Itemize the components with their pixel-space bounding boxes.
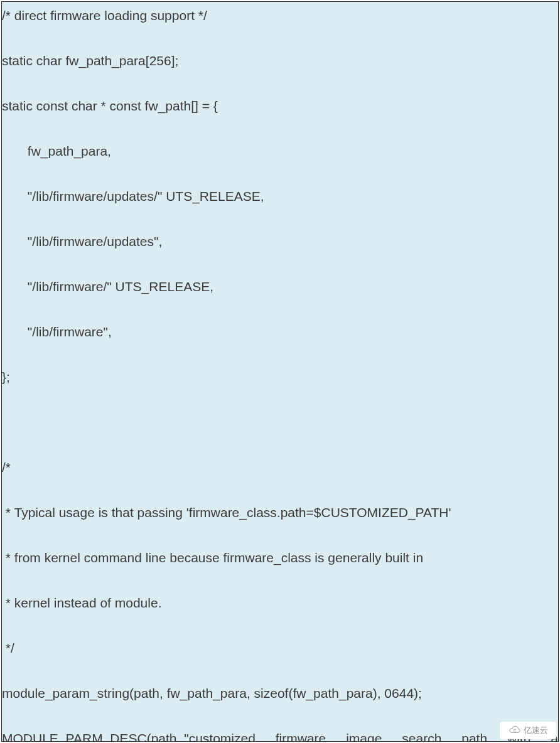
code-line: /* [2, 454, 558, 499]
watermark-badge: 亿速云 [500, 722, 556, 739]
code-text [2, 412, 6, 433]
code-line: * from kernel command line because firmw… [2, 544, 558, 589]
code-line: */ [2, 634, 558, 680]
code-text: "/lib/firmware/updates", [2, 232, 162, 252]
word: firmware [276, 729, 326, 742]
word: path [461, 729, 487, 742]
code-block: /* direct firmware loading support */ st… [1, 1, 559, 742]
cloud-icon [509, 725, 521, 737]
code-line-justified: MODULE_PARM_DESC(path, "customized firmw… [2, 725, 558, 742]
code-text: }; [2, 367, 10, 388]
word: image [346, 729, 382, 742]
code-line: module_param_string(path, fw_path_para, … [2, 680, 558, 725]
word: "customized [184, 729, 256, 742]
code-text: MODULE_PARM_DESC(path, [2, 729, 184, 742]
code-line: "/lib/firmware/updates", [2, 228, 558, 273]
code-text: static const char * const fw_path[] = { [2, 96, 218, 117]
code-text: "/lib/firmware/" UTS_RELEASE, [2, 277, 213, 297]
code-text: "/lib/firmware/updates/" UTS_RELEASE, [2, 186, 264, 207]
code-line: "/lib/firmware/updates/" UTS_RELEASE, [2, 183, 558, 228]
code-line: * Typical usage is that passing 'firmwar… [2, 499, 558, 544]
watermark-text: 亿速云 [524, 725, 548, 736]
code-line: }; [2, 363, 558, 409]
code-text: * Typical usage is that passing 'firmwar… [2, 503, 451, 523]
code-text: * from kernel command line because firmw… [2, 548, 423, 569]
code-line: static char fw_path_para[256]; [2, 47, 558, 92]
word: search [402, 729, 441, 742]
code-line: * kernel instead of module. [2, 589, 558, 634]
code-text: /* [2, 457, 11, 478]
code-line: "/lib/firmware/" UTS_RELEASE, [2, 273, 558, 318]
code-text: module_param_string(path, fw_path_para, … [2, 683, 422, 704]
code-text: */ [2, 638, 14, 659]
code-text: * kernel instead of module. [2, 593, 161, 614]
code-line: /* direct firmware loading support */ [2, 2, 558, 47]
code-text: "/lib/firmware", [2, 322, 112, 343]
code-text: /* direct firmware loading support */ [2, 6, 207, 26]
code-line [2, 409, 558, 454]
code-text: fw_path_para, [2, 141, 111, 162]
code-text: static char fw_path_para[256]; [2, 51, 178, 72]
code-line: fw_path_para, [2, 137, 558, 183]
code-line: static const char * const fw_path[] = { [2, 92, 558, 137]
code-line: "/lib/firmware", [2, 318, 558, 363]
